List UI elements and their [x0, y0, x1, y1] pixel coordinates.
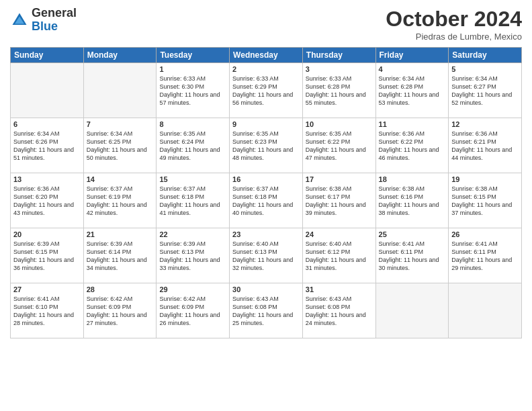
- day-number: 8: [159, 120, 226, 128]
- table-row: 17Sunrise: 6:38 AMSunset: 6:17 PMDayligh…: [302, 173, 375, 228]
- day-info: Sunrise: 6:41 AMSunset: 6:11 PMDaylight:…: [451, 240, 519, 273]
- day-info: Sunrise: 6:43 AMSunset: 6:08 PMDaylight:…: [306, 295, 373, 328]
- col-friday: Friday: [375, 48, 449, 63]
- title-block: October 2024 Piedras de Lumbre, Mexico: [386, 7, 522, 42]
- day-info: Sunrise: 6:42 AMSunset: 6:09 PMDaylight:…: [159, 295, 226, 328]
- day-number: 30: [232, 285, 300, 293]
- page: General Blue October 2024 Piedras de Lum…: [0, 0, 532, 411]
- day-number: 27: [13, 285, 81, 293]
- day-info: Sunrise: 6:36 AMSunset: 6:20 PMDaylight:…: [13, 185, 81, 218]
- table-row: 22Sunrise: 6:39 AMSunset: 6:13 PMDayligh…: [157, 228, 230, 283]
- table-row: [375, 283, 449, 338]
- table-row: 23Sunrise: 6:40 AMSunset: 6:13 PMDayligh…: [230, 228, 303, 283]
- table-row: 30Sunrise: 6:43 AMSunset: 6:08 PMDayligh…: [230, 283, 303, 338]
- day-info: Sunrise: 6:39 AMSunset: 6:13 PMDaylight:…: [159, 240, 226, 273]
- table-row: 5Sunrise: 6:34 AMSunset: 6:27 PMDaylight…: [449, 63, 522, 118]
- day-number: 1: [159, 65, 226, 73]
- col-wednesday: Wednesday: [230, 48, 303, 63]
- location: Piedras de Lumbre, Mexico: [386, 32, 522, 42]
- table-row: 13Sunrise: 6:36 AMSunset: 6:20 PMDayligh…: [11, 173, 84, 228]
- day-info: Sunrise: 6:35 AMSunset: 6:23 PMDaylight:…: [232, 130, 300, 163]
- day-number: 24: [306, 230, 373, 238]
- table-row: 15Sunrise: 6:37 AMSunset: 6:18 PMDayligh…: [157, 173, 230, 228]
- logo-text: General Blue: [32, 7, 77, 34]
- col-saturday: Saturday: [449, 48, 522, 63]
- table-row: 25Sunrise: 6:41 AMSunset: 6:11 PMDayligh…: [375, 228, 449, 283]
- day-info: Sunrise: 6:33 AMSunset: 6:29 PMDaylight:…: [232, 75, 300, 107]
- table-row: 20Sunrise: 6:39 AMSunset: 6:15 PMDayligh…: [11, 228, 84, 283]
- day-info: Sunrise: 6:33 AMSunset: 6:28 PMDaylight:…: [306, 75, 373, 107]
- table-row: 3Sunrise: 6:33 AMSunset: 6:28 PMDaylight…: [302, 63, 375, 118]
- day-number: 7: [87, 120, 154, 128]
- day-info: Sunrise: 6:40 AMSunset: 6:13 PMDaylight:…: [232, 240, 300, 273]
- day-number: 14: [87, 175, 154, 183]
- logo: General Blue: [10, 7, 77, 34]
- logo-general: General: [32, 6, 77, 19]
- logo-icon: [10, 11, 29, 30]
- table-row: [83, 63, 157, 118]
- table-row: 2Sunrise: 6:33 AMSunset: 6:29 PMDaylight…: [230, 63, 303, 118]
- table-row: 1Sunrise: 6:33 AMSunset: 6:30 PMDaylight…: [157, 63, 230, 118]
- day-info: Sunrise: 6:38 AMSunset: 6:16 PMDaylight:…: [379, 185, 446, 218]
- table-row: 4Sunrise: 6:34 AMSunset: 6:28 PMDaylight…: [375, 63, 449, 118]
- day-info: Sunrise: 6:41 AMSunset: 6:11 PMDaylight:…: [379, 240, 446, 273]
- day-number: 29: [159, 285, 226, 293]
- day-info: Sunrise: 6:35 AMSunset: 6:22 PMDaylight:…: [306, 130, 373, 163]
- calendar-week-row: 6Sunrise: 6:34 AMSunset: 6:26 PMDaylight…: [11, 118, 522, 173]
- calendar-week-row: 13Sunrise: 6:36 AMSunset: 6:20 PMDayligh…: [11, 173, 522, 228]
- day-info: Sunrise: 6:38 AMSunset: 6:17 PMDaylight:…: [306, 185, 373, 218]
- day-number: 26: [451, 230, 519, 238]
- day-number: 22: [159, 230, 226, 238]
- day-info: Sunrise: 6:37 AMSunset: 6:18 PMDaylight:…: [159, 185, 226, 218]
- day-number: 25: [379, 230, 446, 238]
- day-number: 9: [232, 120, 300, 128]
- table-row: [11, 63, 84, 118]
- day-info: Sunrise: 6:43 AMSunset: 6:08 PMDaylight:…: [232, 295, 300, 328]
- table-row: 18Sunrise: 6:38 AMSunset: 6:16 PMDayligh…: [375, 173, 449, 228]
- day-info: Sunrise: 6:35 AMSunset: 6:24 PMDaylight:…: [159, 130, 226, 163]
- day-info: Sunrise: 6:40 AMSunset: 6:12 PMDaylight:…: [306, 240, 373, 273]
- header: General Blue October 2024 Piedras de Lum…: [10, 7, 522, 42]
- day-number: 20: [13, 230, 81, 238]
- day-info: Sunrise: 6:36 AMSunset: 6:22 PMDaylight:…: [379, 130, 446, 163]
- day-number: 19: [451, 175, 519, 183]
- day-info: Sunrise: 6:38 AMSunset: 6:15 PMDaylight:…: [451, 185, 519, 218]
- day-number: 2: [232, 65, 300, 73]
- table-row: 10Sunrise: 6:35 AMSunset: 6:22 PMDayligh…: [302, 118, 375, 173]
- col-sunday: Sunday: [11, 48, 84, 63]
- table-row: 31Sunrise: 6:43 AMSunset: 6:08 PMDayligh…: [302, 283, 375, 338]
- table-row: 29Sunrise: 6:42 AMSunset: 6:09 PMDayligh…: [157, 283, 230, 338]
- col-monday: Monday: [83, 48, 157, 63]
- day-info: Sunrise: 6:42 AMSunset: 6:09 PMDaylight:…: [87, 295, 154, 328]
- day-number: 12: [451, 120, 519, 128]
- table-row: 12Sunrise: 6:36 AMSunset: 6:21 PMDayligh…: [449, 118, 522, 173]
- day-number: 17: [306, 175, 373, 183]
- day-info: Sunrise: 6:37 AMSunset: 6:18 PMDaylight:…: [232, 185, 300, 218]
- day-number: 16: [232, 175, 300, 183]
- col-thursday: Thursday: [302, 48, 375, 63]
- day-number: 18: [379, 175, 446, 183]
- table-row: 6Sunrise: 6:34 AMSunset: 6:26 PMDaylight…: [11, 118, 84, 173]
- day-info: Sunrise: 6:37 AMSunset: 6:19 PMDaylight:…: [87, 185, 154, 218]
- day-number: 15: [159, 175, 226, 183]
- day-number: 28: [87, 285, 154, 293]
- day-number: 13: [13, 175, 81, 183]
- table-row: 8Sunrise: 6:35 AMSunset: 6:24 PMDaylight…: [157, 118, 230, 173]
- day-number: 31: [306, 285, 373, 293]
- table-row: 24Sunrise: 6:40 AMSunset: 6:12 PMDayligh…: [302, 228, 375, 283]
- table-row: 21Sunrise: 6:39 AMSunset: 6:14 PMDayligh…: [83, 228, 157, 283]
- day-number: 10: [306, 120, 373, 128]
- day-info: Sunrise: 6:39 AMSunset: 6:15 PMDaylight:…: [13, 240, 81, 273]
- table-row: 7Sunrise: 6:34 AMSunset: 6:25 PMDaylight…: [83, 118, 157, 173]
- table-row: [449, 283, 522, 338]
- calendar-week-row: 27Sunrise: 6:41 AMSunset: 6:10 PMDayligh…: [11, 283, 522, 338]
- day-info: Sunrise: 6:33 AMSunset: 6:30 PMDaylight:…: [159, 75, 226, 107]
- calendar: Sunday Monday Tuesday Wednesday Thursday…: [10, 47, 522, 338]
- table-row: 16Sunrise: 6:37 AMSunset: 6:18 PMDayligh…: [230, 173, 303, 228]
- day-number: 5: [451, 65, 519, 73]
- calendar-week-row: 1Sunrise: 6:33 AMSunset: 6:30 PMDaylight…: [11, 63, 522, 118]
- logo-blue: Blue: [32, 19, 58, 33]
- table-row: 14Sunrise: 6:37 AMSunset: 6:19 PMDayligh…: [83, 173, 157, 228]
- table-row: 9Sunrise: 6:35 AMSunset: 6:23 PMDaylight…: [230, 118, 303, 173]
- day-number: 11: [379, 120, 446, 128]
